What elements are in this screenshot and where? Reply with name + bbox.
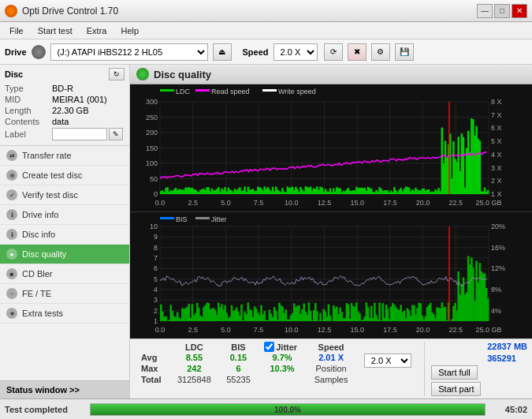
progress-label: 100.0% (274, 405, 301, 413)
disc-label-edit-button[interactable]: ✎ (109, 128, 123, 140)
menu-bar: File Start test Extra Help (0, 22, 532, 39)
content-area: Disc quality LDC BIS (130, 65, 532, 398)
max-ldc: 242 (169, 363, 219, 374)
disc-mid-value: MEIRA1 (001) (52, 95, 107, 104)
sidebar-label-disc-info: Disc info (22, 230, 55, 239)
refresh-button[interactable]: ⟳ (324, 43, 343, 61)
bis-header: BIS (219, 342, 259, 352)
speed-header-label: Speed (307, 342, 356, 352)
chart-bottom (130, 212, 532, 339)
max-bis: 6 (219, 363, 259, 374)
main-layout: Disc ↻ Type BD-R MID MEIRA1 (001) Length… (0, 65, 532, 398)
max-label: Max (135, 363, 169, 374)
sidebar-item-disc-info[interactable]: ℹ Disc info (0, 225, 129, 245)
disc-length-label: Length (5, 106, 52, 115)
top-chart-canvas (130, 84, 532, 211)
avg-label: Avg (135, 352, 169, 363)
disc-contents-label: Contents (5, 117, 52, 126)
progress-bar: 100.0% (90, 403, 485, 416)
sidebar-item-drive-info[interactable]: ℹ Drive info (0, 205, 129, 225)
drive-icon (32, 45, 46, 59)
chart-top (130, 84, 532, 212)
position-label: Position (307, 363, 356, 374)
start-part-button[interactable]: Start part (431, 382, 481, 396)
stats-area: LDC BIS Jitter Speed A (130, 339, 532, 398)
sidebar-label-disc-quality: Disc quality (22, 249, 66, 259)
samples-label: Samples (307, 374, 356, 385)
sidebar-item-verify-test-disc[interactable]: ✓ Verify test disc (0, 185, 129, 205)
disc-panel: Disc ↻ Type BD-R MID MEIRA1 (001) Length… (0, 65, 129, 146)
sidebar-item-fe-te[interactable]: ~ FE / TE (0, 284, 129, 304)
menu-extra[interactable]: Extra (80, 24, 113, 37)
bottom-chart-canvas (130, 212, 532, 339)
nav-items: ⇄ Transfer rate ⊕ Create test disc ✓ Ver… (0, 146, 129, 380)
disc-quality-icon-header (136, 68, 149, 80)
app-title: Opti Drive Control 1.70 (22, 6, 118, 17)
save-button[interactable]: 💾 (395, 43, 414, 61)
avg-bis: 0.15 (219, 352, 259, 363)
sidebar-label-fe-te: FE / TE (22, 289, 51, 298)
disc-type-label: Type (5, 84, 52, 93)
avg-speed: 2.01 X (307, 352, 356, 363)
disc-quality-title: Disc quality (154, 69, 211, 80)
drive-info-icon: ℹ (6, 209, 17, 220)
sidebar-label-verify-test-disc: Verify test disc (22, 190, 78, 200)
speed-select[interactable]: 2.0 X 4.0 X 6.0 X 8.0 X (273, 43, 318, 61)
speed-stats-select[interactable]: 2.0 X (364, 354, 411, 368)
sidebar-item-disc-quality[interactable]: ● Disc quality (0, 245, 129, 264)
speed-label: Speed (243, 47, 269, 57)
disc-contents-value: data (52, 117, 69, 126)
time-text: 45:02 (492, 405, 527, 414)
extra-tests-icon: ★ (6, 308, 17, 319)
clear-button[interactable]: ✖ (348, 43, 366, 61)
total-label: Total (135, 374, 169, 385)
sidebar-label-extra-tests: Extra tests (22, 309, 63, 318)
total-ldc: 3125848 (169, 374, 219, 385)
status-window-button[interactable]: Status window >> (0, 380, 129, 398)
total-bis: 55235 (219, 374, 259, 385)
samples-value: 365291 (487, 354, 516, 363)
status-window-label: Status window >> (6, 385, 80, 395)
charts-area (130, 84, 532, 339)
menu-help[interactable]: Help (114, 24, 145, 37)
drive-label: Drive (5, 47, 27, 57)
jitter-checkbox[interactable] (264, 342, 274, 352)
disc-quality-icon: ● (6, 249, 17, 260)
disc-title: Disc (5, 69, 23, 79)
disc-label-label: Label (5, 129, 52, 139)
disc-quality-header: Disc quality (130, 65, 532, 84)
sidebar-label-cd-bler: CD Bler (22, 269, 53, 279)
maximize-button[interactable]: □ (494, 4, 510, 18)
minimize-button[interactable]: — (477, 4, 493, 18)
drive-select[interactable]: (J:) ATAPI iHBS212 2 HL05 (50, 43, 208, 61)
settings-button[interactable]: ⚙ (371, 43, 390, 61)
sidebar-label-drive-info: Drive info (22, 210, 58, 219)
stats-table: LDC BIS Jitter Speed A (135, 342, 419, 385)
ldc-header: LDC (169, 342, 219, 352)
sidebar-item-cd-bler[interactable]: ■ CD Bler (0, 264, 129, 284)
sidebar-item-extra-tests[interactable]: ★ Extra tests (0, 304, 129, 324)
max-jitter: 10.3% (258, 363, 307, 374)
eject-button[interactable]: ⏏ (213, 43, 232, 61)
app-icon (5, 5, 17, 17)
disc-mid-label: MID (5, 95, 52, 104)
drive-bar: Drive (J:) ATAPI iHBS212 2 HL05 ⏏ Speed … (0, 39, 532, 65)
fe-te-icon: ~ (6, 288, 17, 299)
progress-bar-area: Test completed 100.0% 45:02 (0, 398, 532, 419)
avg-jitter: 9.7% (258, 352, 307, 363)
close-button[interactable]: ✕ (512, 4, 527, 18)
disc-label-input[interactable] (52, 128, 107, 140)
disc-refresh-button[interactable]: ↻ (109, 68, 125, 80)
sidebar-item-create-test-disc[interactable]: ⊕ Create test disc (0, 166, 129, 185)
menu-start-test[interactable]: Start test (32, 24, 79, 37)
disc-type-value: BD-R (52, 84, 73, 93)
disc-info-icon: ℹ (6, 229, 17, 240)
cd-bler-icon: ■ (6, 268, 17, 279)
transfer-rate-icon: ⇄ (6, 150, 17, 161)
sidebar-item-transfer-rate[interactable]: ⇄ Transfer rate (0, 146, 129, 166)
start-full-button[interactable]: Start full (431, 365, 477, 380)
sidebar-label-transfer-rate: Transfer rate (22, 151, 72, 160)
stats-right-panel: 22837 MB 365291 Start full Start part (424, 342, 527, 396)
sidebar-label-create-test-disc: Create test disc (22, 170, 82, 180)
menu-file[interactable]: File (3, 24, 30, 37)
